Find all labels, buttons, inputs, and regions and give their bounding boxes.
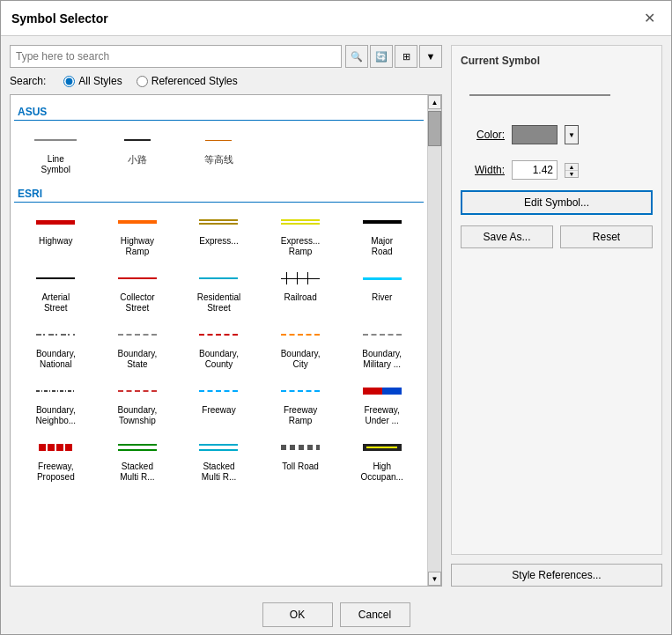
all-styles-label[interactable]: All Styles xyxy=(63,75,122,87)
symbol-label: FreewayRamp xyxy=(284,405,317,426)
ok-button[interactable]: OK xyxy=(262,602,333,627)
list-item[interactable]: MajorRoad xyxy=(342,206,422,261)
symbol-label: Boundary,Military ... xyxy=(362,349,402,370)
width-increment-btn[interactable]: ▲ xyxy=(565,164,578,171)
symbol-preview xyxy=(18,266,94,291)
list-item[interactable]: Freeway,Under ... xyxy=(342,375,422,430)
list-item[interactable]: ResidentialStreet xyxy=(179,262,259,317)
list-item[interactable]: Boundary,Township xyxy=(98,375,178,430)
symbol-preview xyxy=(18,210,94,234)
color-dropdown-btn[interactable]: ▼ xyxy=(565,125,579,144)
symbol-label: Boundary,National xyxy=(36,349,76,370)
list-item[interactable]: Boundary,City xyxy=(261,319,341,373)
edit-symbol-button[interactable]: Edit Symbol... xyxy=(461,190,653,215)
symbol-list[interactable]: ASUS LineSymbol 小路 xyxy=(11,95,427,586)
list-item[interactable]: StackedMulti R... xyxy=(98,432,178,486)
search-input[interactable] xyxy=(10,45,342,68)
line-icon xyxy=(118,390,157,392)
color-swatch[interactable] xyxy=(512,125,558,144)
symbol-preview xyxy=(100,322,176,347)
scrollbar[interactable]: ▲ ▼ xyxy=(427,95,441,586)
close-button[interactable]: ✕ xyxy=(639,8,661,28)
list-item[interactable]: HighwayRamp xyxy=(98,206,178,261)
line-icon xyxy=(281,390,320,392)
scrollbar-up-btn[interactable]: ▲ xyxy=(428,95,441,109)
style-references-button[interactable]: Style References... xyxy=(451,564,662,587)
symbol-preview xyxy=(18,379,94,403)
symbol-label: Boundary,City xyxy=(281,349,321,370)
all-styles-radio[interactable] xyxy=(63,76,75,87)
symbol-preview xyxy=(343,266,420,291)
section-esri: ESRI xyxy=(14,186,424,203)
symbol-label: 小路 xyxy=(128,154,147,166)
list-item[interactable]: Boundary,Military ... xyxy=(342,319,422,373)
referenced-styles-radio[interactable] xyxy=(137,76,148,87)
list-item[interactable]: CollectorStreet xyxy=(98,262,178,317)
save-as-button[interactable]: Save As... xyxy=(461,225,553,248)
width-input[interactable] xyxy=(512,160,558,180)
line-icon xyxy=(36,220,75,225)
bottom-buttons: OK Cancel xyxy=(1,595,671,634)
list-item[interactable]: 小路 xyxy=(98,124,178,179)
list-item[interactable]: Boundary,County xyxy=(179,319,259,373)
list-item[interactable]: HighOccupan... xyxy=(342,432,422,486)
list-item[interactable]: StackedMulti R... xyxy=(179,432,259,486)
search-icon-btn[interactable]: 🔍 xyxy=(345,45,368,68)
dropdown-icon-btn[interactable]: ▼ xyxy=(419,45,442,68)
referenced-styles-label[interactable]: Referenced Styles xyxy=(137,75,238,87)
radio-row: Search: All Styles Referenced Styles xyxy=(10,75,442,87)
line-icon xyxy=(199,444,238,451)
width-row: Width: ▲ ▼ xyxy=(461,160,653,180)
list-item[interactable]: Highway xyxy=(16,206,96,261)
symbol-label: Boundary,State xyxy=(117,349,157,370)
list-item[interactable]: Freeway,Proposed xyxy=(16,432,96,486)
color-label: Color: xyxy=(461,129,505,141)
search-row: 🔍 🔄 ⊞ ▼ xyxy=(10,45,442,68)
list-item[interactable]: Freeway xyxy=(179,375,259,430)
cancel-button[interactable]: Cancel xyxy=(340,602,410,627)
list-item[interactable]: ArterialStreet xyxy=(16,262,96,317)
symbol-label: HighwayRamp xyxy=(121,236,154,257)
scrollbar-thumb[interactable] xyxy=(428,111,441,146)
current-symbol-preview xyxy=(461,81,653,109)
list-item[interactable]: Boundary,State xyxy=(98,319,178,373)
view-icon-btn[interactable]: ⊞ xyxy=(395,45,417,68)
symbol-preview xyxy=(181,128,257,152)
symbol-preview xyxy=(343,210,420,234)
list-item[interactable]: FreewayRamp xyxy=(261,375,341,430)
symbol-preview xyxy=(18,128,94,152)
list-item[interactable]: LineSymbol xyxy=(16,124,96,179)
line-icon xyxy=(118,444,157,451)
color-row: Color: ▼ xyxy=(461,125,653,144)
asus-grid: LineSymbol 小路 等高线 xyxy=(14,121,424,182)
list-item[interactable]: 等高线 xyxy=(179,124,259,179)
width-decrement-btn[interactable]: ▼ xyxy=(565,171,578,177)
all-styles-text: All Styles xyxy=(78,75,122,87)
line-icon xyxy=(281,272,320,284)
scrollbar-down-btn[interactable]: ▼ xyxy=(428,572,441,586)
symbol-label: Express... xyxy=(199,236,238,247)
list-item[interactable]: Toll Road xyxy=(261,432,341,486)
reset-button[interactable]: Reset xyxy=(560,225,653,248)
list-item[interactable]: Express... xyxy=(179,206,259,261)
line-icon xyxy=(118,334,157,336)
list-item[interactable]: Railroad xyxy=(261,262,341,317)
list-item[interactable]: Boundary,National xyxy=(16,319,96,373)
symbol-label: StackedMulti R... xyxy=(120,461,154,483)
refresh-icon-btn[interactable]: 🔄 xyxy=(370,45,393,68)
symbol-preview xyxy=(100,128,176,152)
line-icon xyxy=(34,139,77,141)
symbol-label: ArterialStreet xyxy=(41,292,70,314)
preview-line xyxy=(469,94,610,96)
symbol-label: Freeway xyxy=(202,405,235,416)
line-icon xyxy=(205,140,232,141)
line-icon xyxy=(118,220,157,224)
left-panel: 🔍 🔄 ⊞ ▼ Search: All Styles Referenced St… xyxy=(10,45,442,587)
line-icon xyxy=(363,334,402,336)
symbol-preview xyxy=(100,379,176,403)
symbol-label: Freeway,Proposed xyxy=(37,461,75,483)
list-item[interactable]: River xyxy=(342,262,422,317)
list-item[interactable]: Express...Ramp xyxy=(261,206,341,261)
symbol-selector-dialog: Symbol Selector ✕ 🔍 🔄 ⊞ ▼ Search: xyxy=(0,0,672,635)
list-item[interactable]: Boundary,Neighbo... xyxy=(16,375,96,430)
